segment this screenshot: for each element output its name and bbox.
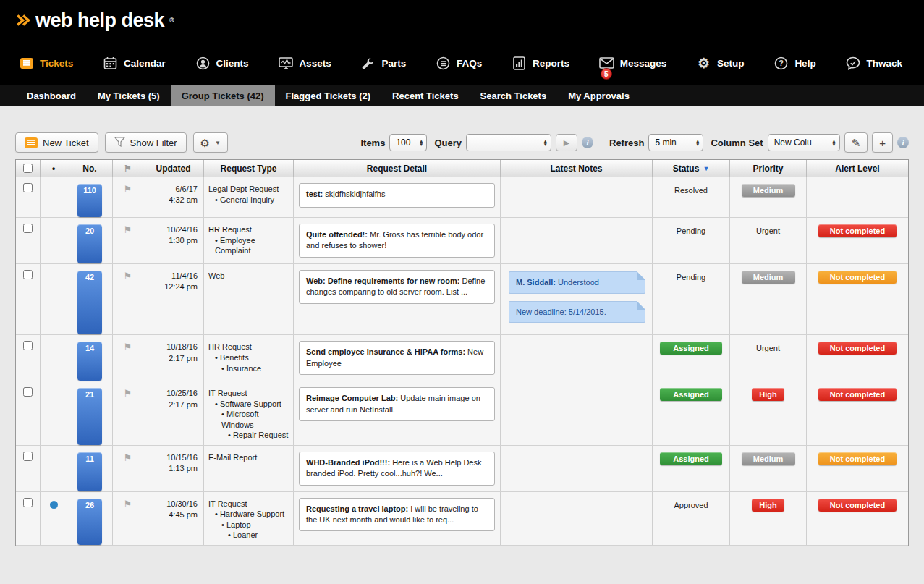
nav-item-tickets[interactable]: Tickets xyxy=(19,56,73,70)
subnav: Dashboard My Tickets (5) Group Tickets (… xyxy=(0,85,924,106)
note-text: Understood xyxy=(556,278,599,287)
column-set-info-icon[interactable]: i xyxy=(897,137,909,148)
request-text: skjdfhskldjhfalfhs xyxy=(323,190,385,198)
request-detail-box[interactable]: Quite offended!: Mr. Gross has terrible … xyxy=(299,224,495,258)
flag-icon[interactable]: ⚑ xyxy=(124,499,132,545)
messages-count-badge: 5 xyxy=(601,68,612,80)
row-checkbox[interactable] xyxy=(23,224,33,233)
ticket-row[interactable]: 110 ⚑ 6/6/17 4:32 am Legal Dept Request•… xyxy=(16,177,908,218)
ticket-number-badge[interactable]: 110 xyxy=(77,184,102,217)
select-all-checkbox[interactable] xyxy=(23,164,33,173)
nav-item-assets[interactable]: Assets xyxy=(278,56,331,70)
new-ticket-button[interactable]: New Ticket xyxy=(15,132,98,153)
priority-label: Urgent xyxy=(756,342,780,352)
nav-item-parts[interactable]: Parts xyxy=(360,56,406,70)
header-request-detail[interactable]: Request Detail xyxy=(294,160,501,177)
cell-request-type: E-Mail Report xyxy=(204,446,294,491)
request-detail-box[interactable]: Web: Define requirements for new room: D… xyxy=(299,270,495,304)
ticket-row[interactable]: 42 ⚑ 11/4/16 12:24 pm Web Web: Define re… xyxy=(16,264,908,336)
ticket-number-badge[interactable]: 42 xyxy=(77,271,102,335)
ticket-number-badge[interactable]: 21 xyxy=(77,388,102,445)
ticket-row[interactable]: 14 ⚑ 10/18/16 2:17 pm HR Request• Benefi… xyxy=(16,335,908,381)
header-alert-level[interactable]: Alert Level xyxy=(807,160,908,177)
request-detail-box[interactable]: Requesting a travel laptop: I will be tr… xyxy=(299,498,495,532)
request-type-line: • Laptop xyxy=(208,520,291,530)
request-detail-box[interactable]: Send employee Insurance & HIPAA forms: N… xyxy=(299,341,495,375)
flag-icon[interactable]: ⚑ xyxy=(124,388,132,445)
run-query-button[interactable]: ▶ xyxy=(556,134,577,151)
subtab-flagged-tickets[interactable]: Flagged Tickets (2) xyxy=(275,85,382,106)
subtab-search-tickets[interactable]: Search Tickets xyxy=(470,85,558,106)
cell-latest-notes: M. Siddall: UnderstoodNew deadline: 5/14… xyxy=(501,264,653,335)
subtab-label: Group Tickets (42) xyxy=(182,90,264,101)
header-number[interactable]: No. xyxy=(67,160,113,177)
row-checkbox[interactable] xyxy=(23,452,33,461)
ticket-number-badge[interactable]: 20 xyxy=(77,224,102,263)
cell-alert-level: Not completed xyxy=(807,218,908,263)
nav-item-messages[interactable]: 5 Messages xyxy=(599,56,667,70)
refresh-select[interactable]: 5 min ▲▼ xyxy=(648,134,703,151)
header-request-type[interactable]: Request Type xyxy=(204,160,294,177)
subtab-recent-tickets[interactable]: Recent Tickets xyxy=(381,85,470,106)
row-checkbox[interactable] xyxy=(23,341,33,350)
add-column-set-button[interactable]: + xyxy=(872,132,893,153)
updated-date: 6/6/17 xyxy=(143,184,198,195)
cell-priority: Urgent xyxy=(730,218,807,263)
query-select[interactable]: ▲▼ xyxy=(466,134,551,151)
header-status[interactable]: Status▼ xyxy=(653,160,730,177)
show-filter-label: Show Filter xyxy=(130,137,177,148)
items-select[interactable]: 100 ▲▼ xyxy=(389,134,427,151)
flag-icon[interactable]: ⚑ xyxy=(124,452,132,491)
ticket-number-badge[interactable]: 14 xyxy=(77,342,102,381)
flag-icon[interactable]: ⚑ xyxy=(124,224,132,263)
ticket-row[interactable]: 21 ⚑ 10/25/16 2:17 pm IT Request• Softwa… xyxy=(16,381,908,446)
request-detail-box[interactable]: test: skjdfhskldjhfalfhs xyxy=(299,183,495,208)
subtab-my-tickets[interactable]: My Tickets (5) xyxy=(87,85,171,106)
nav-item-setup[interactable]: ⚙ Setup xyxy=(696,56,745,70)
request-detail-box[interactable]: Reimage Computer Lab: Update main image … xyxy=(299,387,495,421)
subtab-group-tickets[interactable]: Group Tickets (42) xyxy=(171,85,275,106)
request-type-line: E-Mail Report xyxy=(208,452,291,463)
cell-flag: ⚑ xyxy=(113,335,143,381)
query-info-icon[interactable]: i xyxy=(582,137,593,148)
nav-item-clients[interactable]: Clients xyxy=(195,56,249,70)
nav-item-calendar[interactable]: Calendar xyxy=(103,56,166,70)
flag-icon[interactable]: ⚑ xyxy=(124,184,132,217)
cell-select xyxy=(16,177,41,217)
request-subject: Quite offended!: xyxy=(306,230,368,239)
flag-icon[interactable]: ⚑ xyxy=(124,342,132,381)
ticket-number-badge[interactable]: 26 xyxy=(77,499,102,545)
header-priority[interactable]: Priority xyxy=(730,160,807,177)
header-updated[interactable]: Updated xyxy=(143,160,204,177)
header-flag[interactable]: ⚑ xyxy=(113,160,143,177)
header-latest-notes[interactable]: Latest Notes xyxy=(501,160,653,177)
ticket-row[interactable]: 11 ⚑ 10/15/16 1:13 pm E-Mail Report WHD-… xyxy=(16,446,908,492)
setup-gear-icon: ⚙ xyxy=(696,56,711,70)
row-checkbox[interactable] xyxy=(23,270,33,279)
ticket-row[interactable]: 20 ⚑ 10/24/16 1:30 pm HR Request• Employ… xyxy=(16,218,908,264)
request-detail-box[interactable]: WHD-Branded iPod!!!: Here is a Web Help … xyxy=(299,452,495,486)
subtab-my-approvals[interactable]: My Approvals xyxy=(557,85,640,106)
header-select-all[interactable] xyxy=(16,160,41,177)
column-set-select[interactable]: New Colu ▲▼ xyxy=(768,134,840,151)
edit-column-set-button[interactable]: ✎ xyxy=(844,132,868,153)
nav-item-thwack[interactable]: Thwack xyxy=(845,56,902,70)
nav-item-reports[interactable]: Reports xyxy=(512,56,569,70)
nav-item-help[interactable]: ? Help xyxy=(773,56,815,70)
ticket-row[interactable]: 26 ⚑ 10/30/16 4:45 pm IT Request• Hardwa… xyxy=(16,492,908,546)
nav-item-faqs[interactable]: FAQs xyxy=(436,56,482,70)
request-type-line: • Software Support xyxy=(208,399,291,410)
subtab-dashboard[interactable]: Dashboard xyxy=(16,85,87,106)
header-unread[interactable]: • xyxy=(41,160,67,177)
cell-priority: High xyxy=(730,381,807,445)
row-checkbox[interactable] xyxy=(23,183,33,192)
table-settings-button[interactable]: ⚙ ▼ xyxy=(193,132,228,153)
show-filter-button[interactable]: Show Filter xyxy=(105,132,187,153)
cell-unread xyxy=(41,446,67,491)
flag-icon[interactable]: ⚑ xyxy=(124,271,132,335)
row-checkbox[interactable] xyxy=(23,498,33,507)
cell-number: 21 xyxy=(67,381,113,445)
updated-date: 10/30/16 xyxy=(143,499,198,509)
ticket-number-badge[interactable]: 11 xyxy=(77,452,102,491)
row-checkbox[interactable] xyxy=(23,387,33,397)
